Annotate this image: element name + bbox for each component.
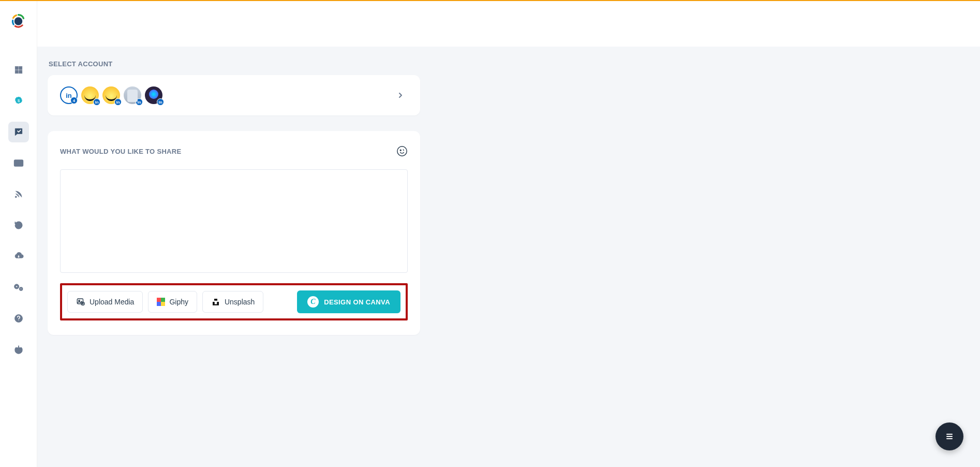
compose-title: WHAT WOULD YOU LIKE TO SHARE — [60, 148, 181, 155]
svg-rect-4 — [19, 70, 22, 74]
account-avatar-person[interactable]: in — [124, 86, 141, 104]
sidebar-help-icon[interactable] — [8, 308, 29, 329]
svg-point-11 — [16, 286, 17, 287]
svg-point-13 — [20, 288, 21, 289]
sidebar-dashboard-icon[interactable] — [8, 60, 29, 80]
unsplash-icon — [211, 297, 220, 307]
linkedin-count-badge: 4 — [70, 97, 78, 104]
upload-media-label: Upload Media — [90, 298, 134, 306]
unsplash-label: Unsplash — [225, 298, 255, 306]
unsplash-button[interactable]: Unsplash — [202, 291, 263, 313]
app-logo — [10, 12, 26, 28]
giphy-button[interactable]: Giphy — [148, 291, 197, 313]
linkedin-mini-badge-icon: in — [93, 98, 100, 106]
svg-point-17 — [397, 147, 407, 156]
svg-rect-1 — [15, 66, 18, 69]
main-panel: SELECT ACCOUNT in4 in in in — [37, 1, 980, 467]
svg-rect-6 — [14, 160, 23, 166]
sidebar-compose-icon[interactable] — [8, 122, 29, 142]
sidebar-power-icon[interactable] — [8, 339, 29, 360]
emoji-picker-button[interactable] — [396, 145, 408, 157]
linkedin-mini-badge-icon: in — [157, 98, 164, 106]
svg-rect-22 — [214, 299, 217, 301]
svg-point-0 — [14, 17, 23, 25]
canva-label: DESIGN ON CANVA — [324, 298, 390, 306]
account-avatar-smiley-1[interactable]: in — [81, 86, 99, 104]
top-bar — [37, 1, 980, 47]
svg-point-18 — [400, 150, 401, 151]
account-next-button[interactable] — [393, 88, 408, 103]
select-account-title: SELECT ACCOUNT — [49, 60, 970, 68]
sidebar-rss-icon[interactable] — [8, 184, 29, 205]
account-avatar-brand[interactable]: in — [145, 86, 162, 104]
upload-media-button[interactable]: Upload Media — [67, 291, 143, 313]
sidebar-settings-icon[interactable] — [8, 277, 29, 298]
svg-point-15 — [18, 320, 19, 321]
compose-textarea[interactable] — [60, 169, 408, 273]
sidebar-card-icon[interactable] — [8, 153, 29, 173]
svg-rect-3 — [15, 70, 18, 74]
svg-rect-2 — [19, 66, 22, 69]
linkedin-mini-badge-icon: in — [136, 98, 143, 106]
svg-rect-19 — [77, 299, 83, 304]
giphy-icon — [157, 298, 165, 306]
design-on-canva-button[interactable]: C DESIGN ON CANVA — [297, 290, 400, 313]
floating-menu-button[interactable] — [936, 422, 963, 450]
sidebar: $ — [0, 1, 37, 467]
sidebar-billing-icon[interactable]: $ — [8, 91, 29, 111]
svg-point-9 — [15, 196, 17, 198]
account-avatar-linkedin-group[interactable]: in4 — [60, 86, 78, 104]
account-selector-card: in4 in in in in — [48, 75, 420, 115]
linkedin-mini-badge-icon: in — [114, 98, 122, 106]
compose-card: WHAT WOULD YOU LIKE TO SHARE — [48, 131, 420, 335]
account-avatar-smiley-2[interactable]: in — [102, 86, 120, 104]
giphy-label: Giphy — [169, 298, 188, 306]
media-toolbar-highlight: Upload Media Giphy — [60, 283, 408, 320]
canva-icon: C — [307, 296, 319, 308]
sidebar-download-cloud-icon[interactable] — [8, 246, 29, 267]
sidebar-history-icon[interactable] — [8, 215, 29, 236]
